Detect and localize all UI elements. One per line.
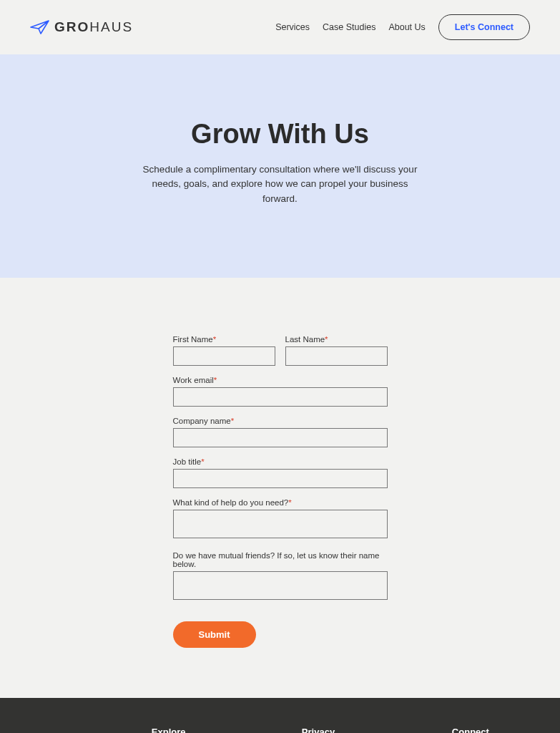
first-name-label: First Name* [173,335,275,344]
help-label: What kind of help do you need?* [173,498,388,507]
nav-about-us[interactable]: About Us [388,22,425,32]
hero-section: Grow With Us Schedule a complimentary co… [0,54,560,278]
nav-case-studies[interactable]: Case Studies [323,22,375,32]
logo[interactable]: GROHAUS [30,19,133,35]
company-label: Company name* [173,417,388,425]
form-section: First Name* Last Name* Work email* Compa… [0,278,560,698]
first-name-input[interactable] [173,346,275,366]
page-subtitle: Schedule a complimentary consultation wh… [137,162,423,206]
mutual-friends-textarea[interactable] [173,571,388,600]
job-title-label: Job title* [173,457,388,466]
footer-col-connect: Connect LinkedIn Contact [452,727,524,733]
footer-heading-connect: Connect [452,727,524,733]
work-email-input[interactable] [173,387,388,407]
company-input[interactable] [173,428,388,447]
help-textarea[interactable] [173,510,388,538]
site-footer: GRO HAUS Explore About Us Careers Servic… [0,698,560,733]
site-header: GROHAUS Services Case Studies About Us L… [0,0,560,54]
mutual-friends-label: Do we have mutual friends? If so, let us… [173,551,388,568]
contact-form: First Name* Last Name* Work email* Compa… [173,335,388,648]
paper-plane-icon [30,19,50,35]
lets-connect-button[interactable]: Let's Connect [438,14,530,40]
footer-col-explore: Explore About Us Careers Services Case S… [152,727,252,733]
main-nav: Services Case Studies About Us Let's Con… [275,14,530,40]
footer-heading-explore: Explore [152,727,252,733]
last-name-input[interactable] [285,346,388,366]
nav-services[interactable]: Services [275,22,310,32]
page-title: Grow With Us [0,119,560,150]
footer-heading-privacy: Privacy [302,727,402,733]
submit-button[interactable]: Submit [173,621,256,648]
last-name-label: Last Name* [285,335,388,344]
logo-text: GROHAUS [54,19,133,35]
work-email-label: Work email* [173,376,388,384]
job-title-input[interactable] [173,469,388,488]
footer-col-privacy: Privacy Terms of Service Privacy Policy … [302,727,402,733]
